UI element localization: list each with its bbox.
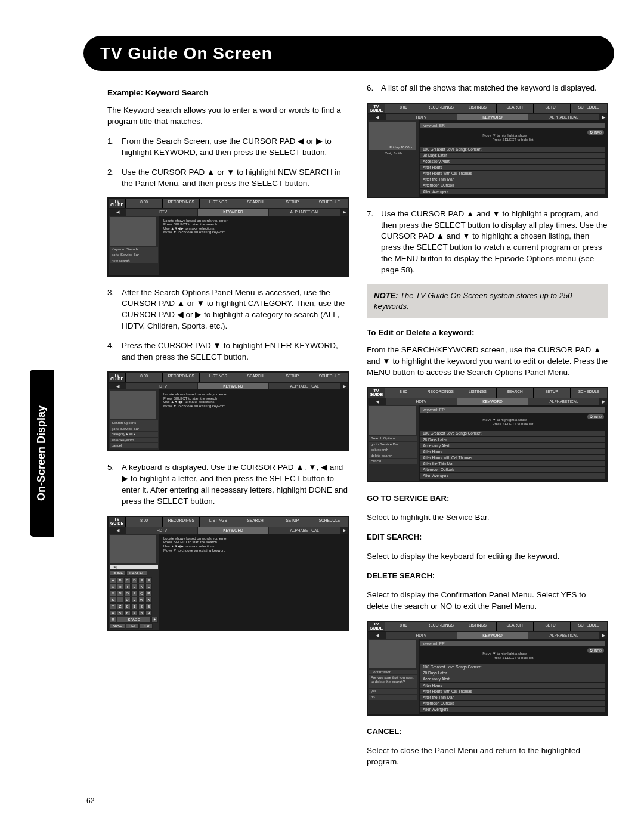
intro-paragraph: The Keyword search allows you to enter a… (107, 105, 349, 128)
goto-bar-text: Select to highlight the Service Bar. (367, 512, 608, 524)
menu-item: 8:00 (126, 199, 162, 208)
tvguide-logo: TV GUIDE (109, 199, 125, 208)
screenshot-keyboard: TV GUIDE 8:00RECORDINGSLISTINGSSEARCHSET… (107, 516, 349, 632)
screenshot-search-options: TV GUIDE 8:00RECORDINGSLISTINGSSEARCHSET… (107, 371, 349, 451)
key-bksp: BKSP (110, 623, 125, 629)
step-4: 4.Press the CURSOR PAD ▼ to highlight EN… (107, 340, 349, 363)
edit-search-text: Select to display the keyboard for editi… (367, 551, 608, 562)
key-cancel: CANCEL (126, 570, 147, 576)
step-3: 3.After the Search Options Panel Menu is… (107, 287, 349, 333)
screenshot-keyword-search: TV GUIDE 8:00 RECORDINGS LISTINGS SEARCH… (107, 197, 349, 276)
hint-text: Move ▼ to highlight a showPress SELECT t… (420, 129, 605, 146)
keyboard-input: CA| (110, 565, 158, 570)
page-title-bar: TV Guide On Screen (83, 36, 614, 71)
key-done: DONE (110, 570, 126, 576)
screenshot-confirmation: TV GUIDE 8:00RECORDINGSLISTINGSSEARCHSET… (367, 621, 608, 716)
cancel-heading: CANCEL: (367, 726, 608, 737)
keyword-bar: keyword: ER (420, 123, 605, 128)
pip-window: Friday 10:00pm (369, 122, 416, 150)
step-2: 2.Use the CURSOR PAD ▲ or ▼ to highlight… (107, 167, 349, 190)
edit-delete-paragraph: From the SEARCH/KEYWORD screen, use the … (367, 345, 608, 379)
menu-item: RECORDINGS (163, 199, 199, 208)
sub-tab-active: KEYWORD (198, 209, 269, 215)
key-space: SPACE (117, 617, 151, 623)
result-row: 100 Greatest Love Songs Concert (420, 147, 605, 152)
keyboard-grid: ABCDEF GHIJKL MNOPQR STUVWX YZ0123 45678… (110, 577, 158, 616)
pip-window (110, 217, 156, 246)
menu-item: SETUP (274, 199, 311, 208)
sub-tab: HDTV (126, 209, 197, 215)
panel-item: Keyword Search (110, 247, 158, 252)
screenshot-results: TV GUIDE 8:00RECORDINGSLISTINGSSEARCHSET… (367, 103, 608, 198)
pip-window (110, 535, 156, 563)
pip-window (110, 391, 156, 419)
panel-item: go to Service Bar (110, 252, 158, 258)
example-heading: Example: Keyword Search (107, 88, 349, 99)
menu-item: SEARCH (237, 199, 274, 208)
step-5: 5.A keyboard is displayed. Use the CURSO… (107, 462, 349, 507)
left-column: Example: Keyword Search The Keyword sear… (107, 83, 349, 776)
goto-bar-heading: GO TO SERVICE BAR: (367, 493, 608, 504)
info-pill: ✪ INFO (587, 130, 604, 135)
edit-delete-heading: To Edit or Delete a keyword: (367, 327, 608, 339)
panel-item: new search (110, 258, 158, 264)
screenshot-edit-delete: TV GUIDE 8:00RECORDINGSLISTINGSSEARCHSET… (367, 387, 608, 482)
sub-tab: ALPHABETICAL (269, 209, 340, 215)
note-label: NOTE: (374, 291, 398, 300)
step-6: 6.A list of all the shows that matched t… (367, 83, 608, 94)
page-number: 62 (86, 796, 94, 800)
edit-search-heading: EDIT SEARCH: (367, 532, 608, 543)
note-box: NOTE: The TV Guide On Screen system stor… (367, 284, 608, 318)
menu-item: LISTINGS (200, 199, 236, 208)
page-title: TV Guide On Screen (100, 42, 597, 65)
delete-search-heading: DELETE SEARCH: (367, 571, 608, 581)
key-clr: CLR (140, 623, 153, 629)
cancel-text: Select to close the Panel Menu and retur… (367, 745, 608, 768)
tvguide-logo: TV GUIDE (109, 373, 125, 382)
step-1: 1.From the Search Screen, use the CURSOR… (107, 136, 349, 159)
note-text: The TV Guide On Screen system stores up … (374, 291, 572, 311)
step-7: 7.Use the CURSOR PAD ▲ and ▼ to highligh… (367, 209, 608, 276)
side-tab: On-Screen Display (30, 370, 54, 537)
delete-search-text: Select to display the Confirmation Panel… (367, 590, 608, 612)
hint-text: Locate shows based on words you enter Pr… (161, 218, 346, 236)
key-del: DEL (126, 623, 139, 629)
right-column: 6.A list of all the shows that matched t… (367, 83, 608, 776)
menu-item: SCHEDULE (311, 199, 348, 208)
